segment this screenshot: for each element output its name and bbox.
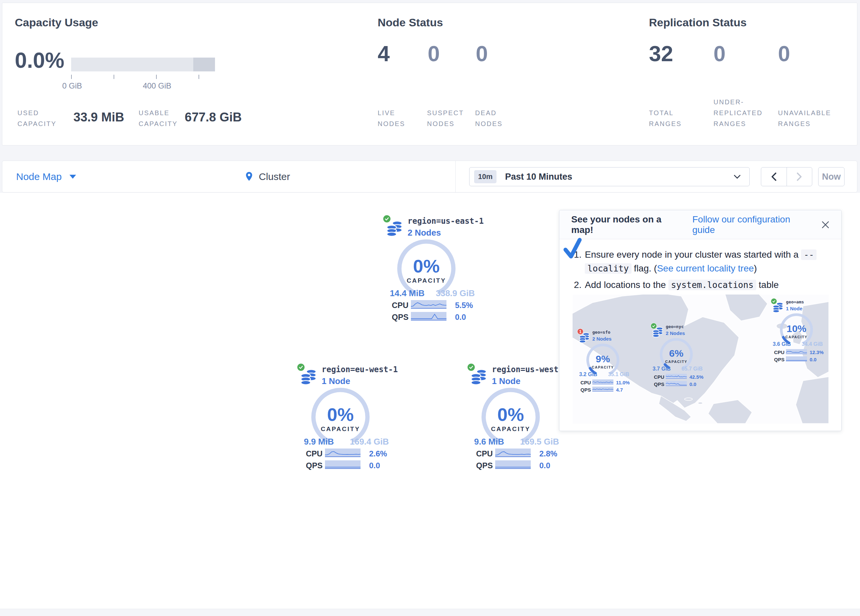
cpu-sparkline: [666, 374, 687, 379]
under-replicated-label: UNDER-REPLICATED RANGES: [714, 97, 774, 129]
capacity-bar-unusable-segment: [193, 58, 215, 71]
cpu-value: 12.3%: [810, 350, 824, 355]
now-button[interactable]: Now: [818, 167, 844, 186]
popup-step-1: 1. Ensure every node in your cluster was…: [574, 248, 828, 276]
capacity-gauge-label: CAPACITY: [658, 360, 695, 364]
replication-status-title: Replication Status: [649, 16, 747, 29]
capacity-bar: [71, 58, 215, 71]
region-node-count: 1 Node: [492, 376, 521, 386]
capacity-gauge-percent: 0%: [396, 255, 457, 277]
cpu-sparkline: [325, 448, 361, 457]
capacity-usage-title: Capacity Usage: [15, 16, 98, 29]
nodes-stack-icon: [579, 332, 590, 343]
breadcrumb-label: Cluster: [259, 171, 290, 182]
capacity-tick-label: 0 GiB: [62, 81, 82, 91]
region-name: geo=nyc: [666, 324, 684, 329]
map-pin-icon: [245, 171, 254, 182]
total-capacity: 338.9 GiB: [436, 288, 475, 298]
time-range-label: Past 10 Minutes: [505, 172, 572, 182]
qps-value: 4.7: [616, 387, 623, 393]
nodes-stack-icon: [386, 221, 403, 237]
capacity-tick: [156, 75, 157, 79]
node-status-title: Node Status: [378, 16, 443, 29]
region-card-us-east-1[interactable]: region=us-east-1 2 Nodes 0% CAPACITY 14.…: [383, 213, 479, 326]
qps-value: 0.0: [689, 381, 696, 387]
time-next-button[interactable]: [787, 168, 812, 186]
region-name: geo=sfo: [592, 330, 610, 335]
page-footer-strip: [0, 609, 860, 616]
node-map-canvas: region=us-east-1 2 Nodes 0% CAPACITY 14.…: [0, 193, 860, 609]
time-range-badge: 10m: [474, 170, 496, 183]
region-node-count: 2 Nodes: [408, 228, 441, 238]
total-capacity: 34.4 GiB: [802, 341, 823, 347]
unavailable-count: 0: [778, 41, 790, 66]
cpu-value: 2.8%: [539, 449, 557, 458]
configuration-guide-link[interactable]: Follow our configuration guide: [692, 214, 813, 235]
region-name: region=us-west-1: [492, 365, 568, 374]
qps-sparkline: [495, 460, 531, 469]
healthy-badge-icon: [383, 215, 391, 223]
capacity-gauge-label: CAPACITY: [396, 277, 457, 284]
total-ranges-label: TOTAL RANGES: [649, 108, 695, 129]
capacity-tick: [71, 75, 72, 79]
time-prev-button[interactable]: [761, 168, 786, 186]
used-capacity: 9.6 MiB: [474, 437, 504, 447]
cluster-summary-panel: Capacity Usage 0.0% 0 GiB 400 GiB USED C…: [2, 3, 857, 146]
region-name: region=eu-west-1: [322, 365, 398, 374]
total-ranges-count: 32: [649, 41, 673, 66]
capacity-tick-label: 400 GiB: [143, 81, 171, 91]
region-name: geo=ams: [786, 299, 804, 304]
cpu-value: 11.0%: [616, 380, 630, 385]
total-capacity: 169.5 GiB: [520, 437, 559, 447]
cpu-sparkline: [411, 300, 446, 309]
used-capacity: 3.6 GiB: [773, 341, 791, 347]
qps-label: QPS: [476, 461, 493, 470]
close-icon[interactable]: [821, 221, 829, 229]
under-replicated-count: 0: [714, 41, 726, 66]
view-selector-dropdown[interactable]: Node Map: [16, 161, 76, 192]
node-map-page: Capacity Usage 0.0% 0 GiB 400 GiB USED C…: [0, 0, 860, 616]
qps-label: QPS: [306, 461, 323, 470]
toolbar-divider: [455, 161, 456, 192]
qps-label: QPS: [654, 381, 664, 387]
region-node-count: 1 Node: [322, 376, 350, 386]
code-chip: --: [801, 249, 816, 260]
dead-nodes-count: 0: [476, 41, 488, 66]
view-selector-label: Node Map: [16, 171, 61, 182]
qps-sparkline: [786, 356, 807, 361]
total-capacity: 169.4 GiB: [350, 437, 389, 447]
suspect-nodes-count: 0: [428, 41, 440, 66]
cpu-value: 2.6%: [369, 449, 387, 458]
time-range-dropdown[interactable]: 10m Past 10 Minutes: [469, 167, 750, 186]
qps-value: 0.0: [810, 357, 816, 362]
suspect-nodes-label: SUSPECT NODES: [427, 108, 470, 129]
qps-sparkline: [592, 387, 614, 392]
capacity-gauge-percent: 0%: [480, 404, 541, 425]
popup-title: See your nodes on a map!: [571, 214, 684, 235]
qps-sparkline: [325, 460, 361, 469]
usable-capacity-label: USABLE CAPACITY: [139, 108, 191, 129]
region-card-us-west-1[interactable]: region=us-west-1 1 Node 0% CAPACITY 9.6 …: [467, 361, 563, 475]
breadcrumb[interactable]: Cluster: [245, 161, 290, 192]
qps-label: QPS: [392, 313, 409, 322]
qps-label: QPS: [581, 387, 591, 393]
step-text: flag. (: [631, 263, 657, 273]
chevron-left-icon: [771, 172, 777, 181]
chevron-down-icon: [69, 175, 76, 179]
capacity-percent: 0.0%: [15, 48, 64, 73]
live-nodes-count: 4: [378, 41, 390, 66]
cpu-label: CPU: [581, 380, 591, 385]
cpu-label: CPU: [774, 350, 785, 355]
capacity-gauge-percent: 6%: [658, 348, 695, 359]
locality-tree-link[interactable]: See current locality tree: [657, 263, 754, 273]
qps-label: QPS: [774, 357, 785, 362]
nodes-stack-icon: [301, 369, 317, 385]
region-card-eu-west-1[interactable]: region=eu-west-1 1 Node 0% CAPACITY 9.9 …: [297, 361, 393, 475]
step-text: Ensure every node in your cluster was st…: [585, 249, 801, 260]
cpu-value: 42.5%: [689, 374, 704, 380]
map-node-geo-ams: geo=ams 1 Node 10% CAPACITY 3.6 GiB 34.4…: [771, 298, 824, 363]
total-capacity: 35.1 GiB: [608, 371, 629, 378]
nodes-stack-icon: [471, 369, 487, 385]
qps-value: 0.0: [539, 461, 550, 470]
capacity-gauge-percent: 9%: [584, 353, 621, 365]
